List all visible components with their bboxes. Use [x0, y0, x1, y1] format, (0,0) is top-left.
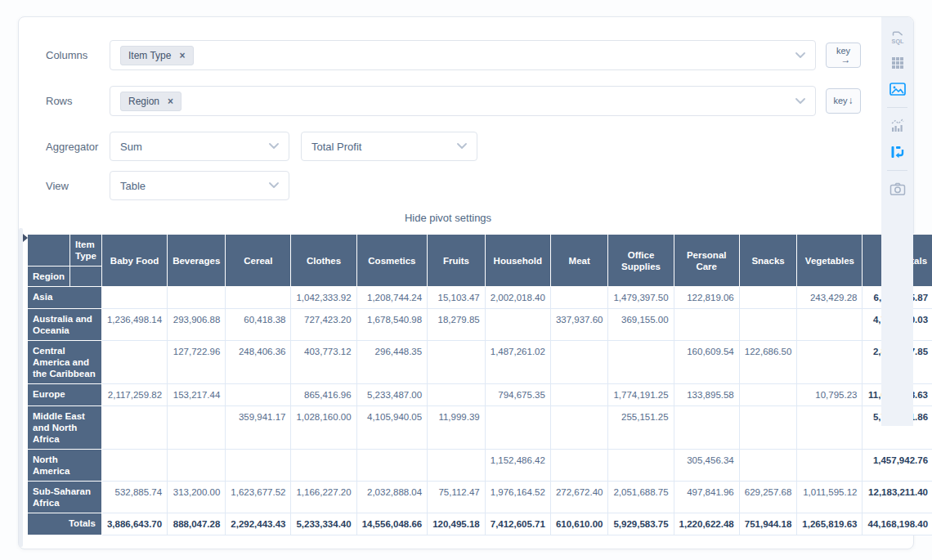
pivot-cell: 1,028,160.00 [291, 406, 356, 450]
pivot-cell [428, 384, 486, 406]
columns-chip-item-type[interactable]: Item Type × [120, 46, 194, 65]
pivot-col-header: Fruits [428, 235, 486, 287]
columns-sort-key-button[interactable]: key → [826, 43, 861, 68]
remove-chip-icon[interactable]: × [168, 97, 173, 105]
chip-label: Item Type [128, 50, 171, 61]
pivot-cell: 1,152,486.42 [485, 450, 550, 482]
pivot-icon[interactable] [888, 142, 907, 162]
pivot-cell: 629,257.68 [739, 482, 797, 513]
pivot-cell: 369,155.00 [608, 309, 674, 341]
pivot-cell: 2,002,018.40 [485, 287, 550, 309]
chart-image-icon[interactable] [888, 79, 907, 99]
chevron-down-icon [269, 143, 279, 150]
aggregator-label: Aggregator [46, 141, 110, 153]
pivot-col-header: Vegetables [797, 235, 863, 287]
pivot-col-header: Baby Food [101, 235, 167, 287]
pivot-col-header: Beverages [168, 235, 226, 287]
rows-select[interactable]: Region × [110, 86, 816, 116]
pivot-cell: 2,117,259.82 [101, 384, 167, 406]
pivot-cell [550, 450, 608, 482]
pivot-col-total: 888,047.28 [168, 513, 226, 535]
pivot-cell [739, 450, 797, 482]
pivot-cell: 794,675.35 [485, 384, 550, 406]
pivot-cell [550, 287, 608, 309]
pivot-cell: 727,423.20 [291, 309, 356, 341]
pivot-cell [739, 384, 797, 406]
pivot-cell [485, 309, 550, 341]
pivot-cell: 1,236,498.14 [101, 309, 167, 341]
rows-control-row: Rows Region × key ↓ [19, 86, 913, 116]
panel-splitter[interactable] [19, 228, 23, 547]
remove-chip-icon[interactable]: × [179, 52, 185, 60]
pivot-cell: 160,609.54 [674, 341, 739, 384]
pivot-cell [550, 406, 608, 450]
pivot-cell [226, 384, 291, 406]
pivot-cell: 272,672.40 [550, 482, 608, 513]
view-select[interactable]: Table [110, 171, 289, 200]
rows-sort-key-button[interactable]: key ↓ [826, 88, 861, 114]
toolbar-divider [887, 170, 907, 171]
pivot-data-row: North America1,152,486.42305,456.341,457… [28, 450, 932, 482]
pivot-cell: 1,976,164.52 [485, 482, 550, 513]
aggregator-select[interactable]: Sum [110, 132, 289, 161]
pivot-cell: 865,416.96 [291, 384, 356, 406]
aggregator-field-select[interactable]: Total Profit [301, 132, 477, 161]
pivot-col-total: 14,556,048.66 [356, 513, 428, 535]
pivot-cell: 153,217.44 [168, 384, 226, 406]
pivot-totals-row-label: Totals [28, 513, 102, 535]
pivot-data-row: Sub-Saharan Africa532,885.74313,200.001,… [28, 482, 932, 513]
pivot-cell [101, 287, 167, 309]
pivot-cell [101, 406, 167, 450]
pivot-col-header: Clothes [291, 235, 356, 287]
pivot-cell: 10,795.23 [797, 384, 863, 406]
pivot-cell: 1,678,540.98 [356, 309, 428, 341]
table-grid-icon[interactable] [888, 53, 907, 73]
toolbar-divider [887, 107, 907, 108]
expand-panel-toggle-icon[interactable] [23, 234, 28, 242]
pivot-col-total: 2,292,443.43 [226, 513, 291, 535]
pivot-cell: 293,906.88 [168, 309, 226, 341]
pivot-cell: 359,941.17 [226, 406, 291, 450]
view-control-row: View Table [19, 171, 913, 200]
pivot-cell [428, 341, 486, 384]
pivot-cell [608, 341, 674, 384]
pivot-table: Item TypeBaby FoodBeveragesCerealClothes… [27, 234, 932, 535]
pivot-row-total: 1,457,942.76 [863, 450, 932, 482]
hide-pivot-settings-link[interactable]: Hide pivot settings [27, 212, 869, 224]
pivot-data-row: Middle East and North Africa359,941.171,… [28, 406, 932, 450]
camera-icon[interactable] [888, 179, 907, 199]
pivot-cell [550, 341, 608, 384]
pivot-row-label: Central America and the Caribbean [28, 341, 102, 384]
pivot-cell [739, 287, 797, 309]
pivot-cell: 305,456.34 [674, 450, 739, 482]
arrow-down-icon: ↓ [848, 96, 854, 105]
pivot-row-label: Europe [28, 384, 102, 406]
view-value: Table [120, 180, 146, 192]
pivot-cell: 2,032,888.04 [356, 482, 428, 513]
pivot-cell [168, 450, 226, 482]
chip-label: Region [128, 96, 159, 107]
pivot-col-total: 120,495.18 [428, 513, 486, 535]
pivot-cell: 313,200.00 [168, 482, 226, 513]
pivot-cell: 532,885.74 [101, 482, 167, 513]
columns-select[interactable]: Item Type × [110, 40, 816, 70]
pivot-cell [101, 341, 167, 384]
pivot-cell [739, 309, 797, 341]
pivot-col-header: Personal Care [674, 235, 739, 287]
sql-icon[interactable]: SQL [888, 27, 907, 47]
rows-chip-region[interactable]: Region × [120, 92, 181, 111]
pivot-cell: 75,112.47 [428, 482, 486, 513]
pivot-cell: 1,208,744.24 [356, 287, 428, 309]
pivot-cell: 296,448.35 [356, 341, 428, 384]
pivot-empty-header-cell [69, 267, 101, 287]
pivot-cell [168, 406, 226, 450]
pivot-cell: 243,429.28 [797, 287, 863, 309]
pivot-col-axis-label: Item Type [69, 235, 101, 267]
analytics-icon[interactable] [888, 116, 907, 136]
pivot-cell [797, 309, 863, 341]
pivot-data-row: Australia and Oceania1,236,498.14293,906… [28, 309, 932, 341]
chevron-down-icon [269, 182, 279, 189]
pivot-cell: 133,895.58 [674, 384, 739, 406]
pivot-cell: 497,841.96 [674, 482, 739, 513]
pivot-col-total: 751,944.18 [739, 513, 797, 535]
